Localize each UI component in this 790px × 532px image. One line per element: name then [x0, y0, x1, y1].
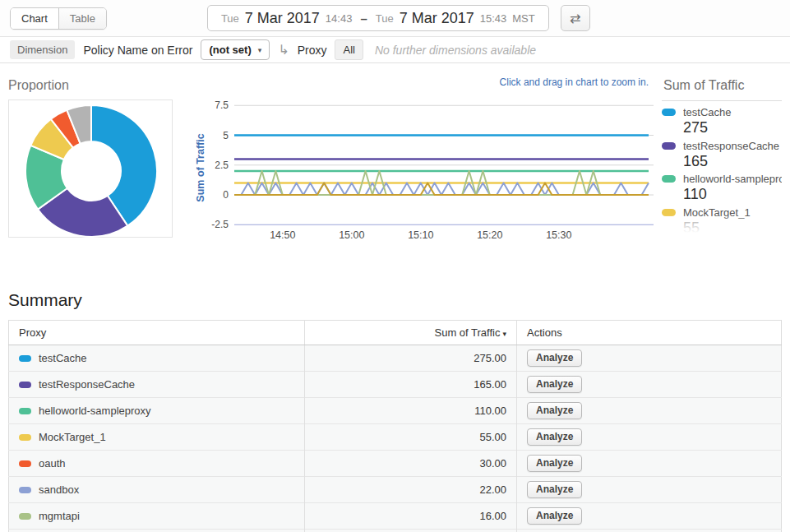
summary-header-row: Proxy Sum of Traffic▾ Actions: [9, 321, 782, 345]
table-row-mgmtapi: mgmtapi16.00Analyze: [9, 503, 782, 530]
analyze-button-MockTarget_1[interactable]: Analyze: [527, 428, 582, 446]
y-tick-label: 7.5: [215, 99, 229, 111]
y-tick-label: 0: [223, 189, 229, 201]
sum-of-traffic-value: 165.00: [305, 372, 517, 398]
legend-item-name: MockTarget_1: [683, 206, 751, 219]
start-date: 7 Mar 2017: [245, 10, 320, 27]
table-view-button[interactable]: Table: [58, 8, 106, 29]
proxy-swatch: [19, 460, 31, 467]
legend-panel: Sum of Traffic testCache275testResponseC…: [662, 73, 782, 233]
sum-of-traffic-value: 3.00: [305, 530, 517, 532]
drilldown-name: Proxy: [298, 44, 327, 57]
charts-row: Proportion Click and drag in chart to zo…: [8, 73, 782, 251]
proxy-name: testResponseCache: [39, 378, 135, 391]
table-row-testCache: testCache275.00Analyze: [9, 345, 782, 372]
table-row-MockTarget_2: MockTarget_23.00Analyze: [9, 530, 782, 532]
x-tick-label: 15:00: [339, 229, 364, 241]
proxy-swatch: [19, 487, 31, 493]
analyze-button-testResponseCache[interactable]: Analyze: [527, 376, 582, 393]
x-tick-label: 14:50: [270, 229, 295, 241]
table-row-oauth: oauth30.00Analyze: [9, 451, 782, 477]
y-axis-label: Sum of Traffic: [195, 133, 206, 201]
proportion-title: Proportion: [8, 78, 173, 93]
chevron-down-icon: ▾: [258, 46, 262, 54]
proxy-name: testCache: [39, 352, 87, 364]
traffic-line-chart[interactable]: 7.552.50-2.514:5015:0015:1015:2015:30Sum…: [193, 90, 654, 247]
analyze-button-mgmtapi[interactable]: Analyze: [527, 507, 582, 525]
no-dimensions-note: No further dimensions available: [375, 44, 536, 57]
summary-table: Proxy Sum of Traffic▾ Actions testCache2…: [8, 320, 782, 532]
sum-of-traffic-value: 16.00: [305, 503, 517, 530]
dimension-value-dropdown[interactable]: (not set) ▾: [201, 39, 270, 60]
dimension-name: Policy Name on Error: [83, 44, 192, 57]
timezone-label: MST: [512, 12, 534, 25]
chart-view-button[interactable]: Chart: [11, 8, 58, 29]
analyze-button-sandbox[interactable]: Analyze: [527, 481, 582, 498]
legend-item-value: 275: [683, 118, 782, 137]
y-tick-label: 5: [223, 130, 229, 141]
legend-item-value: 110: [683, 185, 782, 204]
proxy-swatch: [19, 382, 31, 388]
sum-of-traffic-value: 110.00: [305, 398, 517, 424]
legend-item-testResponseCache[interactable]: testResponseCache165: [662, 140, 782, 171]
table-row-MockTarget_1: MockTarget_155.00Analyze: [9, 424, 782, 451]
sum-of-traffic-value: 55.00: [305, 424, 517, 451]
legend-swatch: [662, 175, 676, 183]
legend-item-MockTarget_1[interactable]: MockTarget_155: [662, 206, 782, 234]
proportion-section: Proportion: [8, 73, 173, 238]
proxy-swatch: [19, 355, 31, 362]
table-row-helloworld-sampleproxy: helloworld-sampleproxy110.00Analyze: [9, 398, 782, 424]
refresh-icon: ⇄: [570, 12, 580, 25]
legend-item-name: helloworld-sampleproxy: [683, 173, 782, 185]
date-range-picker[interactable]: Tue 7 Mar 2017 14:43 – Tue 7 Mar 2017 15…: [207, 5, 549, 31]
line-chart-section: Click and drag in chart to zoom in. 7.55…: [193, 73, 654, 251]
proxy-name: mgmtapi: [39, 510, 80, 522]
proxy-name: sandbox: [39, 483, 79, 496]
dimension-value: (not set): [209, 44, 251, 56]
y-tick-label: -2.5: [211, 219, 229, 230]
summary-title: Summary: [8, 290, 782, 310]
view-toggle: Chart Table: [10, 7, 107, 30]
date-range-separator: –: [358, 12, 369, 25]
table-row-testResponseCache: testResponseCache165.00Analyze: [9, 372, 782, 398]
proxy-name: MockTarget_1: [39, 431, 106, 443]
proxy-name: oauth: [39, 457, 66, 470]
analyze-button-oauth[interactable]: Analyze: [527, 455, 582, 472]
proxy-swatch: [19, 408, 31, 414]
sort-desc-icon: ▾: [502, 330, 506, 338]
sum-of-traffic-value: 275.00: [305, 345, 517, 372]
start-day: Tue: [221, 12, 239, 25]
x-tick-label: 15:30: [546, 229, 571, 241]
legend-swatch: [662, 209, 676, 216]
end-day: Tue: [376, 12, 394, 25]
legend-swatch: [662, 109, 676, 116]
start-time: 14:43: [326, 12, 353, 25]
legend-title: Sum of Traffic: [662, 73, 782, 101]
legend-item-helloworld-sampleproxy[interactable]: helloworld-sampleproxy110: [662, 173, 782, 204]
zoom-hint-text: Click and drag in chart to zoom in.: [193, 73, 654, 90]
proportion-donut-card: [8, 99, 173, 238]
analyze-button-helloworld-sampleproxy[interactable]: Analyze: [527, 402, 582, 419]
column-header-sum-of-traffic[interactable]: Sum of Traffic▾: [305, 321, 517, 345]
column-header-actions: Actions: [517, 321, 782, 345]
drilldown-arrow-icon: ↳: [278, 44, 289, 57]
proportion-donut-chart[interactable]: [9, 100, 173, 238]
proxy-name: helloworld-sampleproxy: [39, 405, 151, 417]
sum-of-traffic-value: 30.00: [305, 451, 517, 477]
drilldown-value-button[interactable]: All: [335, 39, 363, 60]
legend-swatch: [662, 142, 676, 150]
dimension-chip: Dimension: [10, 40, 75, 59]
summary-section: Summary Proxy Sum of Traffic▾ Actions te…: [8, 290, 782, 532]
column-header-proxy[interactable]: Proxy: [9, 321, 305, 345]
legend-item-value: 55: [683, 219, 782, 234]
analyze-button-testCache[interactable]: Analyze: [527, 349, 582, 367]
main-content: Proportion Click and drag in chart to zo…: [0, 63, 790, 532]
table-row-sandbox: sandbox22.00Analyze: [9, 477, 782, 503]
refresh-button[interactable]: ⇄: [561, 5, 590, 31]
end-date: 7 Mar 2017: [400, 10, 474, 27]
dimension-bar: Dimension Policy Name on Error (not set)…: [0, 37, 790, 63]
legend-item-testCache[interactable]: testCache275: [662, 106, 782, 137]
x-tick-label: 15:10: [408, 229, 433, 241]
proxy-swatch: [19, 513, 31, 520]
legend-items[interactable]: testCache275testResponseCache165hellowor…: [662, 101, 782, 233]
